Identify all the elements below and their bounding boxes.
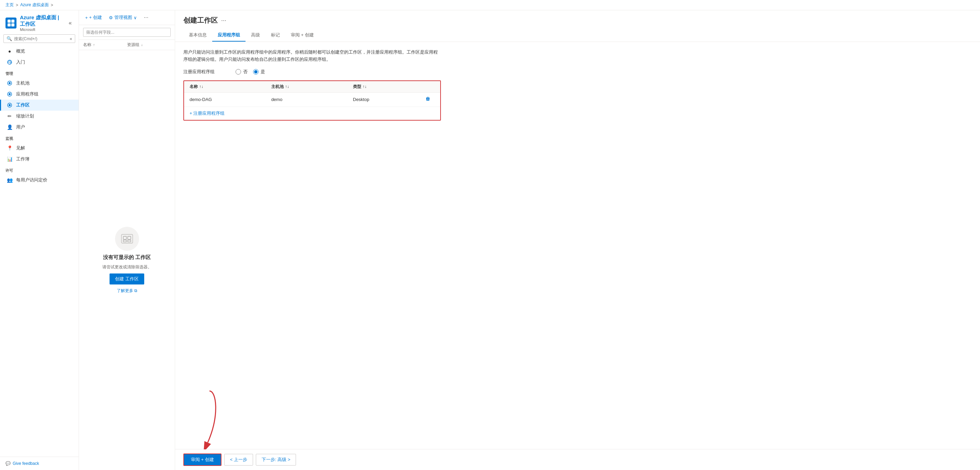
next-button[interactable]: 下一步: 高级 > bbox=[256, 454, 296, 465]
delete-row-button[interactable] bbox=[425, 96, 431, 103]
create-workspace-button[interactable]: 创建 工作区 bbox=[110, 274, 144, 285]
svg-point-8 bbox=[9, 93, 11, 95]
form-body: 用户只能访问注册到工作区的应用程序组中的应用程序。你稍后随时都可以创建空的工作区… bbox=[175, 42, 980, 449]
form-more-options-button[interactable]: ··· bbox=[221, 17, 226, 24]
row-action bbox=[421, 96, 435, 103]
tab-basic[interactable]: 基本信息 bbox=[183, 29, 212, 41]
sidebar-title-block: Azure 虚拟桌面 | 工作区 Microsoft bbox=[20, 14, 64, 32]
sidebar-item-label: 应用程序组 bbox=[16, 91, 38, 97]
sidebar-item-appgroup[interactable]: 应用程序组 bbox=[0, 89, 79, 100]
search-collapse-button[interactable]: « bbox=[70, 37, 72, 41]
sidebar-subtitle: Microsoft bbox=[20, 27, 64, 32]
sidebar-item-hostpool[interactable]: 主机池 bbox=[0, 78, 79, 89]
insights-icon: 📍 bbox=[6, 145, 13, 151]
sidebar-collapse-button[interactable]: « bbox=[67, 19, 73, 27]
radio-yes-input[interactable] bbox=[253, 69, 259, 75]
empty-subtitle: 请尝试更改或清除筛选器。 bbox=[102, 264, 152, 270]
sidebar: Azure 虚拟桌面 | 工作区 Microsoft « 🔍 « ● 概览 入门… bbox=[0, 10, 79, 470]
right-panel: 创建工作区 ··· 基本信息 应用程序组 高级 标记 审阅 + 创建 用户只能访… bbox=[175, 10, 980, 470]
form-footer: 审阅 + 创建 < 上一步 下一步: 高级 > bbox=[175, 449, 980, 470]
register-label: 注册应用程序组 bbox=[183, 69, 231, 75]
gear-icon: ⚙ bbox=[109, 15, 113, 20]
start-icon bbox=[6, 59, 13, 65]
radio-no-option[interactable]: 否 bbox=[235, 69, 248, 75]
svg-point-10 bbox=[9, 104, 11, 106]
empty-icon bbox=[115, 227, 139, 251]
sidebar-item-workbook[interactable]: 📊 工作簿 bbox=[0, 154, 79, 164]
tab-appgroup[interactable]: 应用程序组 bbox=[212, 29, 245, 41]
sidebar-item-label: 见解 bbox=[16, 145, 25, 151]
create-button[interactable]: + + 创建 bbox=[83, 13, 104, 22]
sidebar-section-license: 许可 bbox=[0, 164, 79, 175]
sidebar-item-overview[interactable]: ● 概览 bbox=[0, 46, 79, 57]
learn-more-link[interactable]: 了解更多 ⧉ bbox=[117, 288, 137, 294]
breadcrumb-parent[interactable]: Azure 虚拟桌面 bbox=[20, 2, 49, 8]
name-sort-icon: ↑↓ bbox=[199, 84, 203, 89]
row-name: demo-DAG bbox=[189, 97, 271, 102]
svg-point-6 bbox=[9, 82, 11, 84]
svg-rect-1 bbox=[11, 19, 14, 23]
sidebar-item-users[interactable]: 👤 用户 bbox=[0, 122, 79, 132]
sidebar-item-label: 入门 bbox=[16, 59, 25, 65]
middle-filter bbox=[79, 25, 175, 40]
sidebar-footer: 💬 Give feedback bbox=[0, 457, 79, 470]
give-feedback-button[interactable]: 💬 Give feedback bbox=[5, 461, 39, 466]
sidebar-nav: ● 概览 入门 管理 主机池 应用程序组 bbox=[0, 46, 79, 457]
review-create-button[interactable]: 审阅 + 创建 bbox=[183, 454, 221, 466]
breadcrumb-sep2: > bbox=[51, 3, 53, 8]
radio-yes-label: 是 bbox=[261, 69, 265, 75]
feedback-label: Give feedback bbox=[13, 461, 39, 466]
radio-no-input[interactable] bbox=[235, 69, 241, 75]
chevron-down-icon: ∨ bbox=[134, 15, 137, 20]
workspace-icon bbox=[6, 102, 13, 108]
form-title-row: 创建工作区 ··· bbox=[183, 16, 972, 25]
prev-button[interactable]: < 上一步 bbox=[224, 454, 253, 465]
sidebar-app-title: Azure 虚拟桌面 | 工作区 bbox=[20, 14, 64, 27]
form-description: 用户只能访问注册到工作区的应用程序组中的应用程序。你稍后随时都可以创建空的工作区… bbox=[183, 49, 441, 63]
users-icon: 👤 bbox=[6, 124, 13, 130]
app-group-table-header: 名称 ↑↓ 主机池 ↑↓ 类型 ↑↓ bbox=[184, 81, 440, 93]
row-pool: demo bbox=[271, 97, 353, 102]
breadcrumb-sep1: > bbox=[16, 3, 18, 8]
radio-yes-option[interactable]: 是 bbox=[253, 69, 265, 75]
add-app-group-link[interactable]: + 注册应用程序组 bbox=[184, 107, 440, 120]
sidebar-search-container: 🔍 « bbox=[3, 34, 75, 43]
radio-no-label: 否 bbox=[243, 69, 248, 75]
sidebar-item-workspace[interactable]: 工作区 bbox=[0, 100, 79, 111]
app-logo bbox=[5, 18, 16, 29]
rg-sort-icon: ↓ bbox=[141, 43, 143, 47]
search-input[interactable] bbox=[14, 37, 68, 41]
sidebar-header: Azure 虚拟桌面 | 工作区 Microsoft « bbox=[0, 10, 79, 34]
row-type: Desktop bbox=[353, 97, 421, 102]
col-name-header: 名称 ↑ bbox=[83, 42, 127, 48]
sidebar-item-label: 用户 bbox=[16, 124, 25, 130]
appgroup-icon bbox=[6, 91, 13, 97]
form-tabs: 基本信息 应用程序组 高级 标记 审阅 + 创建 bbox=[183, 29, 972, 41]
external-link-icon: ⧉ bbox=[134, 288, 137, 293]
pricing-icon: 👥 bbox=[6, 177, 13, 183]
tab-tags[interactable]: 标记 bbox=[266, 29, 285, 41]
col-pool-header: 主机池 ↑↓ bbox=[271, 84, 353, 90]
sidebar-item-scaleplan[interactable]: ✏ 缩放计划 bbox=[0, 111, 79, 122]
tab-advanced[interactable]: 高级 bbox=[245, 29, 266, 41]
col-name-header: 名称 ↑↓ bbox=[189, 84, 271, 90]
type-sort-icon: ↑↓ bbox=[363, 84, 367, 89]
app-group-table: 名称 ↑↓ 主机池 ↑↓ 类型 ↑↓ demo-DAG demo bbox=[183, 80, 441, 121]
sidebar-item-insights[interactable]: 📍 见解 bbox=[0, 143, 79, 154]
more-options-button[interactable]: ··· bbox=[142, 14, 150, 21]
pool-sort-icon: ↑↓ bbox=[285, 84, 289, 89]
create-label: + 创建 bbox=[89, 14, 102, 21]
hostpool-icon bbox=[6, 80, 13, 86]
empty-title: 没有可显示的 工作区 bbox=[103, 254, 151, 261]
form-title: 创建工作区 bbox=[183, 16, 218, 25]
middle-empty-state: 没有可显示的 工作区 请尝试更改或清除筛选器。 创建 工作区 了解更多 ⧉ bbox=[79, 50, 175, 470]
name-sort-icon: ↑ bbox=[93, 43, 95, 47]
form-header: 创建工作区 ··· 基本信息 应用程序组 高级 标记 审阅 + 创建 bbox=[175, 10, 980, 42]
tab-review[interactable]: 审阅 + 创建 bbox=[285, 29, 319, 41]
sidebar-item-start[interactable]: 入门 bbox=[0, 57, 79, 68]
manage-view-button[interactable]: ⚙ 管理视图 ∨ bbox=[107, 13, 139, 22]
workbook-icon: 📊 bbox=[6, 156, 13, 162]
sidebar-item-pricing[interactable]: 👥 每用户访问定价 bbox=[0, 175, 79, 186]
breadcrumb-home[interactable]: 主页 bbox=[5, 2, 14, 8]
filter-input[interactable] bbox=[83, 28, 171, 37]
